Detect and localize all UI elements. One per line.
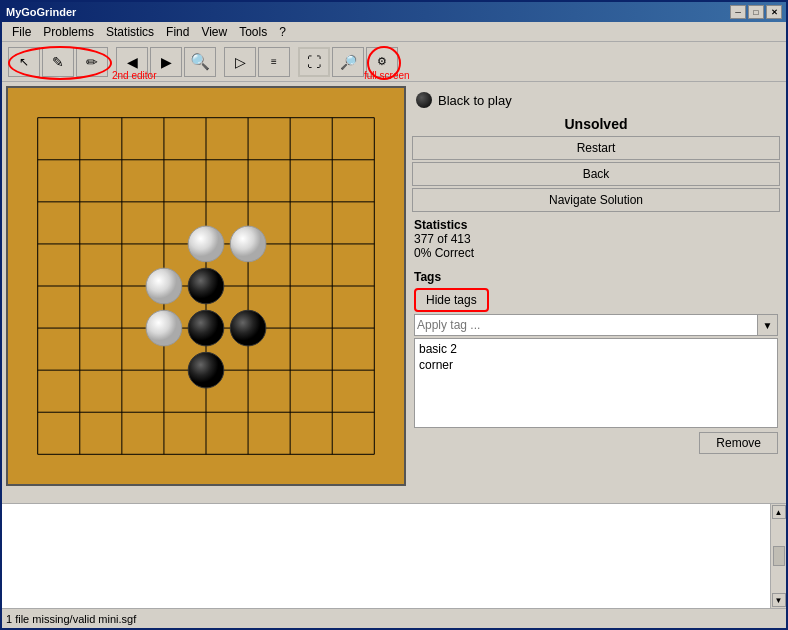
stats-line-2: 0% Correct xyxy=(414,246,778,260)
status-text: 1 file missing/valid mini.sgf xyxy=(6,613,136,625)
tag-item-basic2: basic 2 xyxy=(419,341,773,357)
problem-status: Unsolved xyxy=(412,114,780,134)
tag-item-corner: corner xyxy=(419,357,773,373)
scroll-up-arrow[interactable]: ▲ xyxy=(772,505,786,519)
white-stone xyxy=(230,226,266,262)
restart-button[interactable]: Restart xyxy=(412,136,780,160)
play-button[interactable]: ▷ xyxy=(224,47,256,77)
tags-list: basic 2 corner xyxy=(414,338,778,428)
tags-section: Tags Hide tags ▼ basic 2 corner Remove xyxy=(412,266,780,456)
app-title: MyGoGrinder xyxy=(6,6,76,18)
menu-statistics[interactable]: Statistics xyxy=(100,24,160,40)
black-stone-indicator xyxy=(416,92,432,108)
zoom-button[interactable]: 🔎 xyxy=(332,47,364,77)
black-stone xyxy=(188,352,224,388)
right-panel: Black to play Unsolved Restart Back Navi… xyxy=(410,86,782,488)
menu-view[interactable]: View xyxy=(195,24,233,40)
menu-find[interactable]: Find xyxy=(160,24,195,40)
black-stone xyxy=(188,310,224,346)
menu-help[interactable]: ? xyxy=(273,24,292,40)
back-button[interactable]: Back xyxy=(412,162,780,186)
menu-tools[interactable]: Tools xyxy=(233,24,273,40)
statistics-section: Statistics 377 of 413 0% Correct xyxy=(412,214,780,264)
go-board[interactable] xyxy=(6,86,406,486)
hide-tags-button[interactable]: Hide tags xyxy=(414,288,489,312)
editor-label: 2nd editor xyxy=(112,70,156,81)
bottom-text-area: ▲ ▼ xyxy=(2,503,786,608)
stats-line-1: 377 of 413 xyxy=(414,232,778,246)
apply-tag-dropdown[interactable]: ▼ xyxy=(758,314,778,336)
toolbar: ↖ ✎ ✏ ◀ ▶ 🔍 ▷ ≡ ⛶ 🔎 ⚙ 2nd editor full sc… xyxy=(2,42,786,82)
board-svg xyxy=(8,88,404,484)
white-stone xyxy=(146,268,182,304)
scroll-thumb[interactable] xyxy=(773,546,785,566)
maximize-button[interactable]: □ xyxy=(748,5,764,19)
app-window: MyGoGrinder ─ □ ✕ File Problems Statisti… xyxy=(0,0,788,630)
apply-tag-row: ▼ xyxy=(414,314,778,336)
list-button[interactable]: ≡ xyxy=(258,47,290,77)
title-bar-controls: ─ □ ✕ xyxy=(730,5,782,19)
tags-title: Tags xyxy=(414,268,778,286)
statistics-title: Statistics xyxy=(414,218,778,232)
scroll-down-arrow[interactable]: ▼ xyxy=(772,593,786,607)
title-bar: MyGoGrinder ─ □ ✕ xyxy=(2,2,786,22)
edit-tool-2-button[interactable]: ✏ xyxy=(76,47,108,77)
find-button[interactable]: 🔍 xyxy=(184,47,216,77)
black-stone xyxy=(188,268,224,304)
player-text: Black to play xyxy=(438,93,512,108)
menu-file[interactable]: File xyxy=(6,24,37,40)
white-stone xyxy=(188,226,224,262)
close-button[interactable]: ✕ xyxy=(766,5,782,19)
fullscreen-button[interactable]: ⛶ xyxy=(298,47,330,77)
minimize-button[interactable]: ─ xyxy=(730,5,746,19)
edit-tool-1-button[interactable]: ✎ xyxy=(42,47,74,77)
menu-problems[interactable]: Problems xyxy=(37,24,100,40)
arrow-tool-button[interactable]: ↖ xyxy=(8,47,40,77)
apply-tag-input[interactable] xyxy=(414,314,758,336)
player-info: Black to play xyxy=(412,88,780,112)
white-stone xyxy=(146,310,182,346)
remove-button[interactable]: Remove xyxy=(699,432,778,454)
main-area: Black to play Unsolved Restart Back Navi… xyxy=(2,82,786,492)
black-stone xyxy=(230,310,266,346)
fullscreen-label: full screen xyxy=(364,70,410,81)
vertical-scrollbar[interactable]: ▲ ▼ xyxy=(770,504,786,608)
navigate-solution-button[interactable]: Navigate Solution xyxy=(412,188,780,212)
menu-bar: File Problems Statistics Find View Tools… xyxy=(2,22,786,42)
status-bar: 1 file missing/valid mini.sgf xyxy=(2,608,786,628)
